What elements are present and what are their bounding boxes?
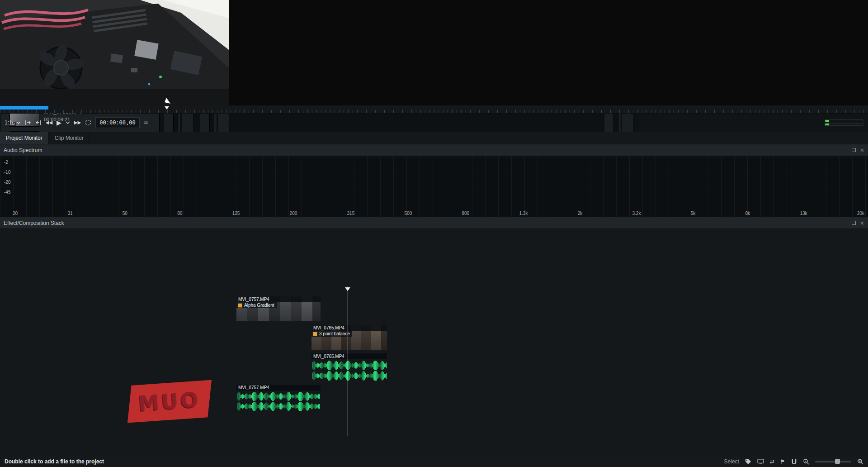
close-panel-icon[interactable]: × — [860, 220, 864, 226]
project-monitor-video[interactable] — [0, 0, 868, 105]
kdenlive-window: Untitled */ HD 1080p 29.97 fps - Kdenliv… — [0, 0, 868, 467]
active-tool-label: Select — [724, 458, 739, 465]
chevron-down-icon[interactable] — [16, 121, 21, 124]
audio-waveform — [311, 371, 387, 381]
audio-waveform — [236, 391, 321, 401]
effect-chip-icon — [238, 303, 242, 308]
effect-stack-title: Effect/Composition Stack — [4, 220, 64, 226]
marker-flag-icon[interactable] — [780, 459, 785, 465]
zone-end-icon[interactable] — [35, 120, 42, 125]
timeline-clip-audio[interactable]: MVI_0757.MP4 — [236, 384, 321, 412]
muo-watermark: MUO — [127, 380, 212, 423]
video-frame — [0, 0, 229, 105]
zone-start-icon[interactable] — [25, 120, 31, 125]
effect-stack-body: MUO — [0, 229, 868, 467]
monitor-seek-ruler[interactable] — [0, 105, 868, 114]
zoom-in-icon[interactable] — [857, 458, 863, 465]
clip-name: MVI_0757.MP4 — [236, 385, 321, 391]
timeline-clip-video[interactable]: MVI_0757.MP4 Alpha Gradient — [236, 295, 321, 322]
tab-clip-monitor[interactable]: Clip Monitor — [49, 132, 90, 144]
audio-spectrum-title: Audio Spectrum — [4, 147, 42, 153]
audio-level-meter — [825, 119, 863, 126]
undock-icon[interactable] — [852, 148, 856, 152]
tag-icon[interactable] — [745, 458, 751, 465]
clip-name: MVI_0757.MP4 — [236, 296, 321, 302]
forward-icon[interactable]: ▶▶ — [74, 120, 81, 125]
undock-icon[interactable] — [852, 221, 856, 225]
monitor-menu-icon[interactable]: ≡ — [144, 120, 148, 125]
snap-magnet-icon[interactable] — [791, 459, 797, 465]
zone-crop-icon[interactable] — [85, 119, 91, 126]
timeline-zoom-slider[interactable] — [815, 461, 851, 462]
status-hint: Double click to add a file to the projec… — [5, 458, 104, 465]
monitor-timecode[interactable]: 00:00:00,00 — [95, 117, 139, 128]
clip-name: MVI_0765.MP4 — [311, 325, 387, 331]
monitor-column: 1:1 ◀◀ ▶ ▶▶ 00:00:00,00 ≡ Project Monito… — [0, 0, 229, 433]
monitor-zone-bar[interactable] — [0, 106, 48, 110]
monitor-zoom-level[interactable]: 1:1 — [5, 119, 12, 126]
zoom-out-icon[interactable] — [803, 458, 809, 465]
monitor-toolbar: 1:1 ◀◀ ▶ ▶▶ 00:00:00,00 ≡ — [0, 114, 868, 132]
clip-effect-name: Alpha Gradient — [244, 303, 274, 308]
statusbar: Double click to add a file to the projec… — [0, 456, 868, 467]
audio-spectrum-graph: -2 -10 -20 -45 2031 5080 125200 315500 8… — [0, 156, 868, 217]
playhead[interactable] — [348, 286, 348, 436]
monitor-overlay-icon[interactable] — [757, 459, 764, 464]
audio-waveform — [311, 360, 387, 371]
fit-zoom-icon[interactable]: ⇄ — [770, 459, 774, 464]
audio-waveform — [236, 401, 321, 411]
zoom-slider-handle[interactable] — [835, 459, 840, 464]
timeline-clip-audio[interactable]: MVI_0765.MP4 — [311, 353, 388, 382]
tab-project-monitor[interactable]: Project Monitor — [0, 132, 49, 144]
effect-chip-icon — [313, 332, 317, 336]
monitor-playhead-marker[interactable] — [165, 106, 169, 110]
rewind-icon[interactable]: ◀◀ — [46, 120, 52, 125]
chevron-down-icon[interactable] — [66, 121, 70, 124]
close-panel-icon[interactable]: × — [860, 148, 864, 153]
timeline-clip-video[interactable]: MVI_0765.MP4 3 point balance — [311, 324, 388, 351]
play-icon[interactable]: ▶ — [57, 119, 61, 126]
frequency-axis: 2031 5080 125200 315500 8001.3k 2k3.2k 5… — [13, 211, 864, 216]
clip-name: MVI_0765.MP4 — [311, 353, 387, 359]
clip-effect-name: 3 point balance — [319, 331, 350, 336]
